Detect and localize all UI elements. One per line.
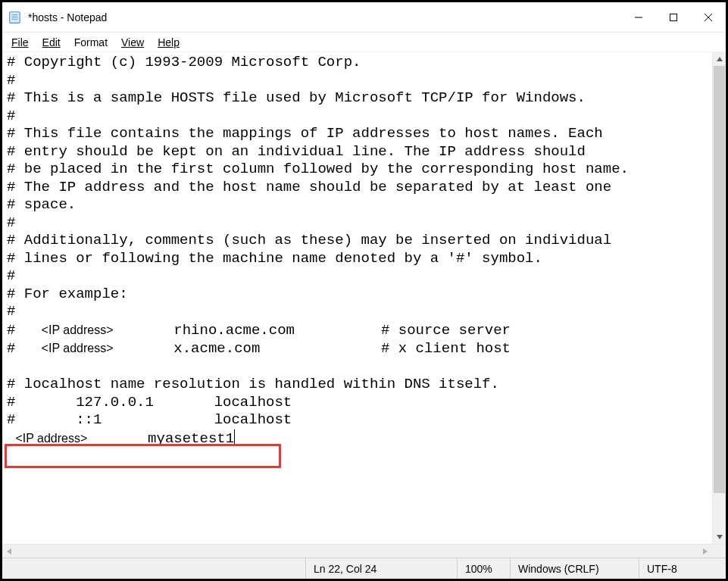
svg-marker-10 xyxy=(7,548,11,554)
horizontal-scrollbar[interactable] xyxy=(2,544,726,558)
status-caret-position: Ln 22, Col 24 xyxy=(305,558,457,579)
scroll-right-arrow-icon[interactable] xyxy=(698,545,712,558)
svg-rect-0 xyxy=(10,11,20,23)
status-bar: Ln 22, Col 24 100% Windows (CRLF) UTF-8 xyxy=(2,558,726,579)
scroll-left-arrow-icon[interactable] xyxy=(2,545,16,558)
status-encoding: UTF-8 xyxy=(639,558,726,579)
svg-rect-5 xyxy=(670,14,677,20)
menu-view[interactable]: View xyxy=(115,35,150,50)
scroll-down-arrow-icon[interactable] xyxy=(713,530,726,544)
status-zoom: 100% xyxy=(457,558,510,579)
vertical-scrollbar[interactable] xyxy=(712,52,726,544)
notepad-icon xyxy=(8,11,22,24)
status-line-ending: Windows (CRLF) xyxy=(510,558,639,579)
editor-container: # Copyright (c) 1993-2009 Microsoft Corp… xyxy=(2,52,726,544)
scroll-track[interactable] xyxy=(713,66,726,530)
minimize-button[interactable] xyxy=(621,2,656,33)
scroll-up-arrow-icon[interactable] xyxy=(713,52,726,66)
maximize-button[interactable] xyxy=(656,2,691,33)
title-bar: *hosts - Notepad xyxy=(2,2,726,33)
scroll-thumb[interactable] xyxy=(714,66,725,493)
menu-bar: File Edit Format View Help xyxy=(2,33,726,52)
svg-marker-8 xyxy=(717,57,723,61)
menu-edit[interactable]: Edit xyxy=(36,35,67,50)
status-empty xyxy=(2,558,305,579)
close-button[interactable] xyxy=(691,2,726,33)
scroll-corner xyxy=(712,545,726,558)
window-title: *hosts - Notepad xyxy=(28,11,107,23)
svg-marker-11 xyxy=(703,548,708,554)
svg-marker-9 xyxy=(717,535,723,539)
menu-help[interactable]: Help xyxy=(152,35,186,50)
menu-file[interactable]: File xyxy=(5,35,35,50)
menu-format[interactable]: Format xyxy=(68,35,114,50)
text-editor[interactable]: # Copyright (c) 1993-2009 Microsoft Corp… xyxy=(2,52,712,544)
